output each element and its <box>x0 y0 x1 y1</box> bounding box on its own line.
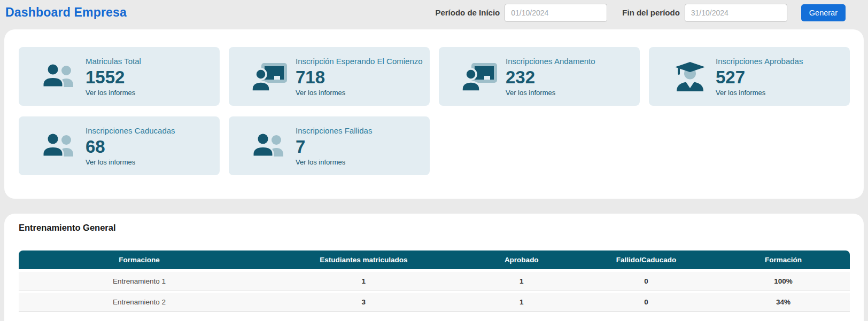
view-reports-link[interactable]: Ver los informes <box>716 89 803 97</box>
period-start-input[interactable] <box>505 4 607 22</box>
stat-card-title: Inscripciones Caducadas <box>86 126 175 136</box>
period-end-label: Fin del período <box>622 8 680 17</box>
cell-formacione: Entrenamiento 1 <box>19 269 260 291</box>
stat-card-title: Inscripciones Aprobadas <box>716 56 803 67</box>
period-controls: Período de Início Fin del período Genera… <box>435 4 846 22</box>
column-header-aprobado: Aprobado <box>468 250 576 269</box>
stat-card-value: 232 <box>506 67 595 88</box>
cell-aprobado: 1 <box>468 269 576 291</box>
stat-card-value: 68 <box>86 137 175 157</box>
stat-card-caducadas: Inscripciones Caducadas 68 Ver los infor… <box>19 116 220 175</box>
column-header-formacion: Formación <box>717 250 850 269</box>
view-reports-link[interactable]: Ver los informes <box>86 89 141 97</box>
table-row: Entrenamiento 2 3 1 0 34% <box>19 291 850 312</box>
training-table: Formacione Estudiantes matriculados Apro… <box>19 250 850 312</box>
top-bar: Dashboard Empresa Período de Início Fin … <box>0 0 868 25</box>
column-header-estudiantes: Estudiantes matriculados <box>260 250 468 269</box>
stat-card-title: Inscripción Esperando El Comienzo <box>296 56 423 67</box>
stats-panel: Matriculas Total 1552 Ver los informes <box>4 29 864 199</box>
cell-aprobado: 1 <box>468 291 576 312</box>
table-header-row: Formacione Estudiantes matriculados Apro… <box>19 250 850 269</box>
users-icon <box>34 62 86 90</box>
view-reports-link[interactable]: Ver los informes <box>506 89 595 97</box>
view-reports-link[interactable]: Ver los informes <box>296 158 372 166</box>
stat-card-title: Inscripciones Fallidas <box>296 126 372 136</box>
stat-card-title: Matriculas Total <box>86 56 141 67</box>
page-title: Dashboard Empresa <box>5 5 127 20</box>
stat-card-esperando-comienzo: Inscripción Esperando El Comienzo 718 Ve… <box>229 47 430 106</box>
chalkboard-teacher-icon <box>244 61 296 91</box>
period-end-input[interactable] <box>685 4 787 22</box>
table-row: Entrenamiento 1 1 1 0 100% <box>19 269 850 291</box>
graduate-icon <box>664 61 716 91</box>
section-title: Entrenamiento General <box>19 223 850 233</box>
column-header-formacione: Formacione <box>19 250 260 269</box>
users-icon <box>244 132 296 160</box>
period-start-label: Período de Início <box>435 8 500 17</box>
stat-card-andamento: Inscripciones Andamento 232 Ver los info… <box>439 47 640 106</box>
stat-card-value: 527 <box>716 67 803 88</box>
stat-card-aprobadas: Inscripciones Aprobadas 527 Ver los info… <box>649 47 850 106</box>
stat-card-value: 7 <box>296 137 372 157</box>
column-header-fallido: Fallido/Caducado <box>576 250 717 269</box>
stats-cards-grid: Matriculas Total 1552 Ver los informes <box>19 47 850 175</box>
cell-formacion: 34% <box>717 291 850 312</box>
cell-formacion: 100% <box>717 269 850 291</box>
stat-card-title: Inscripciones Andamento <box>506 56 595 67</box>
stat-card-matriculas-total: Matriculas Total 1552 Ver los informes <box>19 47 220 106</box>
training-panel: Entrenamiento General Formacione Estudia… <box>4 214 864 321</box>
view-reports-link[interactable]: Ver los informes <box>86 158 175 166</box>
view-reports-link[interactable]: Ver los informes <box>296 89 423 97</box>
generate-button[interactable]: Generar <box>801 4 846 21</box>
cell-fallido: 0 <box>576 291 717 312</box>
stat-card-value: 1552 <box>86 67 141 88</box>
cell-estudiantes: 3 <box>260 291 468 312</box>
cell-formacione: Entrenamiento 2 <box>19 291 260 312</box>
cell-estudiantes: 1 <box>260 269 468 291</box>
stat-card-fallidas: Inscripciones Fallidas 7 Ver los informe… <box>229 116 430 175</box>
chalkboard-teacher-icon <box>454 61 506 91</box>
stat-card-value: 718 <box>296 67 423 88</box>
users-icon <box>34 132 86 160</box>
cell-fallido: 0 <box>576 269 717 291</box>
